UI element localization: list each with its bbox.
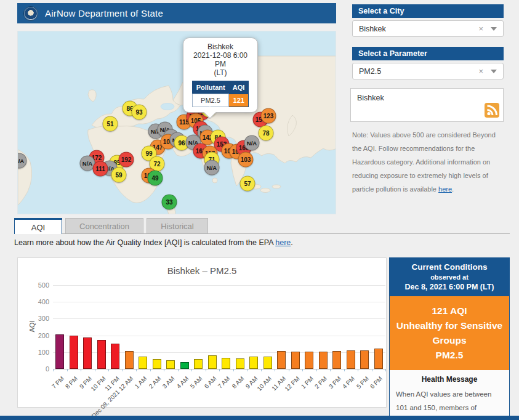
cc-observed-datetime: Dec 8, 2021 6:00 PM (LT) <box>392 283 507 291</box>
chart-bar[interactable] <box>374 349 383 369</box>
chart-bar[interactable] <box>249 357 258 369</box>
chart-bar[interactable] <box>291 352 300 369</box>
world-aqi-map[interactable]: 869351N/A172N/A85N/A11159192147997210449… <box>17 31 336 214</box>
note-suffix: . <box>452 185 454 193</box>
city-select[interactable]: Bishkek × <box>352 20 504 37</box>
chart-bar[interactable] <box>194 359 203 369</box>
chart-title: Bishkek – PM2.5 <box>18 265 386 276</box>
health-message-title: Health Message <box>396 375 503 384</box>
map-marker[interactable]: 192 <box>119 152 134 168</box>
chart-bar[interactable] <box>208 355 217 369</box>
chart-bar[interactable] <box>180 362 189 369</box>
chart-bar[interactable] <box>264 357 272 369</box>
chart-bar[interactable] <box>360 350 369 369</box>
map-marker[interactable]: 78 <box>259 126 274 141</box>
x-axis-tick <box>247 369 247 371</box>
epa-text: Learn more about how the Air Quality Ind… <box>14 238 275 247</box>
cc-aqi-block: 121 AQI Unhealthy for Sensitive Groups P… <box>390 296 509 370</box>
x-axis-tick <box>81 369 81 371</box>
map-popup: Bishkek 2021-12-08 6:00 PM (LT) Pollutan… <box>183 38 258 113</box>
y-axis-tick-label: 400 <box>28 298 49 305</box>
app-header: AirNow Department of State <box>17 3 336 23</box>
chart-bar[interactable] <box>153 359 161 369</box>
x-axis-tick <box>191 369 192 371</box>
x-axis-tick <box>372 369 372 371</box>
city-select-value: Bishkek <box>359 25 386 33</box>
y-axis-tick-label: 0 <box>28 365 49 373</box>
chart-bar[interactable] <box>111 344 119 369</box>
chart-bar[interactable] <box>97 340 106 369</box>
popup-datetime: 2021-12-08 6:00 PM <box>187 51 254 68</box>
tab-concentration[interactable]: Concentration <box>65 218 143 234</box>
map-marker[interactable]: 93 <box>132 105 147 120</box>
chart-bar[interactable] <box>319 352 328 369</box>
map-marker[interactable]: 123 <box>261 108 276 124</box>
map-marker[interactable]: 33 <box>162 195 177 210</box>
chart-bar[interactable] <box>305 352 313 369</box>
cc-title: Current Conditions <box>392 262 507 272</box>
y-axis-tick-label: 100 <box>28 349 49 356</box>
tab-aqi[interactable]: AQI <box>14 218 62 234</box>
rss-feed-box: Bishkek <box>350 88 504 122</box>
x-axis-tick <box>206 369 206 371</box>
chart-bar[interactable] <box>70 336 78 369</box>
map-marker[interactable]: N/A <box>244 135 260 151</box>
chart-bar[interactable] <box>139 357 147 369</box>
rss-city-label: Bishkek <box>351 89 503 102</box>
x-axis-tick <box>150 369 151 371</box>
beyond-aqi-note: Note: Values above 500 are considered Be… <box>352 128 505 196</box>
cc-pollutant: PM2.5 <box>393 348 505 363</box>
map-marker[interactable]: N/A <box>204 160 220 176</box>
cc-aqi-category: Unhealthy for Sensitive Groups <box>393 318 505 348</box>
map-marker[interactable]: 57 <box>240 176 255 192</box>
chart-bar[interactable] <box>55 334 64 369</box>
popup-aqi-value: 121 <box>229 94 249 107</box>
map-marker[interactable]: 51 <box>103 116 118 132</box>
map-marker[interactable]: 103 <box>238 152 254 168</box>
popup-timezone: (LT) <box>187 68 254 77</box>
x-axis-tick <box>108 369 109 371</box>
popup-pollutant-header: Pollutant <box>192 81 229 94</box>
tabs-divider <box>14 233 510 234</box>
dept-of-state-seal-icon <box>23 6 38 21</box>
x-axis-tick <box>385 369 386 371</box>
chart-bar[interactable] <box>236 358 244 369</box>
x-axis-tick <box>344 369 345 371</box>
note-here-link[interactable]: here <box>438 185 452 193</box>
x-axis-tick <box>164 369 164 371</box>
parameter-dropdown-arrow-icon[interactable] <box>491 70 497 73</box>
x-axis-tick <box>95 369 95 371</box>
chart-bar[interactable] <box>347 350 355 369</box>
x-axis-tick <box>261 369 262 371</box>
map-marker[interactable]: 49 <box>148 171 163 186</box>
gridline <box>53 318 385 319</box>
map-marker[interactable]: 59 <box>111 168 127 183</box>
chart-bar[interactable] <box>125 351 134 369</box>
parameter-select[interactable]: PM2.5 × <box>352 63 504 79</box>
x-axis-tick <box>316 369 317 371</box>
x-axis-tick <box>330 369 331 371</box>
x-axis-tick <box>123 369 123 371</box>
parameter-clear-icon[interactable]: × <box>478 67 483 76</box>
epa-suffix: . <box>291 238 292 247</box>
city-clear-icon[interactable]: × <box>478 24 483 33</box>
chart-bar[interactable] <box>222 358 230 369</box>
current-conditions-header: Current Conditions observed at Dec 8, 20… <box>390 258 509 296</box>
chart-bar[interactable] <box>332 351 341 369</box>
cc-observed-label: observed at <box>392 273 507 281</box>
footer-bar <box>0 416 519 420</box>
map-marker[interactable]: 111 <box>93 161 108 177</box>
chart-bar[interactable] <box>277 351 286 369</box>
popup-aqi-header: AQI <box>229 81 249 94</box>
select-city-header: Select a City <box>352 4 504 18</box>
tab-historical[interactable]: Historical <box>147 218 208 234</box>
chart-bar[interactable] <box>83 337 92 369</box>
city-dropdown-arrow-icon[interactable] <box>491 27 497 31</box>
y-axis-tick-label: 500 <box>28 281 49 289</box>
gridline <box>53 302 385 302</box>
epa-here-link[interactable]: here <box>275 238 291 247</box>
rss-icon[interactable] <box>485 103 499 118</box>
chart-bar[interactable] <box>166 360 175 369</box>
epa-learn-more-line: Learn more about how the Air Quality Ind… <box>14 238 293 247</box>
popup-pollutant-value: PM2.5 <box>192 94 229 107</box>
